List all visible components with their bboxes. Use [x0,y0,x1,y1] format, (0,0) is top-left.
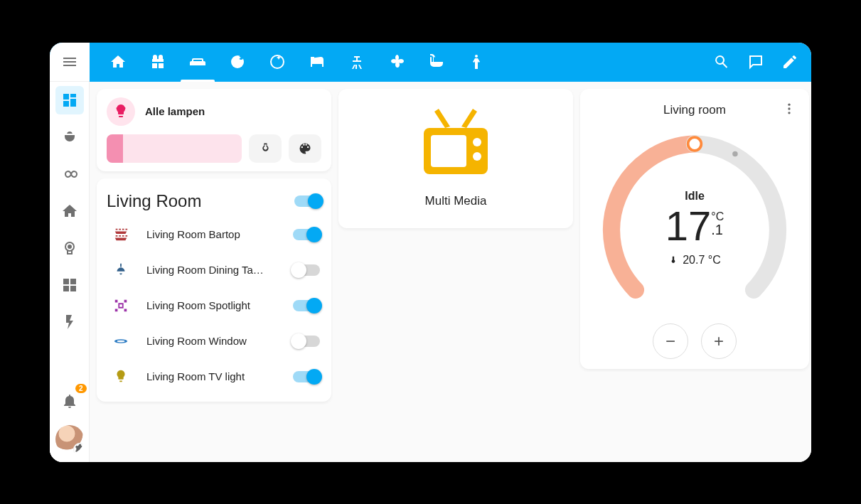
brightness-slider[interactable] [107,134,242,163]
all-lamps-card: Alle lampen [97,89,331,171]
color-temp-button[interactable] [249,134,282,163]
sidebar-infinity-icon[interactable] [55,160,84,188]
sidebar-bug-icon[interactable] [55,123,84,151]
device-name: Living Room TV light [146,370,280,382]
device-row: Living Room Window [107,323,321,359]
multi-media-card[interactable]: Multi Media [338,89,573,228]
svg-point-16 [732,151,737,156]
thermostat-gauge[interactable]: Idle 17 °C .1 20.7 °C [590,122,799,335]
thermostat-title: Living room [663,103,726,117]
svg-rect-9 [431,135,466,167]
svg-point-5 [68,245,71,248]
sidebar-dashboard-icon[interactable] [55,86,84,114]
edit-button[interactable] [773,43,807,82]
target-temperature: 17 °C .1 [665,205,724,247]
lightbulb-group-icon [107,97,135,126]
svg-point-14 [788,112,790,114]
tab-moon2-icon[interactable] [257,43,297,82]
device-row: Living Room Bartop [107,217,321,252]
svg-point-15 [688,137,702,151]
filmstrip-icon [108,227,134,242]
thermometer-icon [668,255,678,265]
device-toggle[interactable] [293,300,320,311]
tab-bath-icon[interactable] [417,43,456,82]
device-row: Living Room TV light [107,359,321,395]
thermostat-card: Living room Idle [580,89,809,369]
tab-flower-icon[interactable] [377,43,417,82]
device-name: Living Room Spotlight [146,299,280,311]
spotlight-icon [108,298,134,313]
device-toggle[interactable] [293,229,320,240]
more-options-icon[interactable] [779,99,799,119]
search-button[interactable] [705,43,739,82]
device-name: Living Room Dining Ta… [146,264,280,276]
tab-moon1-icon[interactable] [218,43,257,82]
tab-desk-icon[interactable] [337,43,377,82]
living-room-title: Living Room [107,191,201,211]
device-name: Living Room Bartop [146,228,280,240]
app-window: 2 Alle lampe [50,43,811,462]
svg-point-13 [788,107,790,109]
content-area: Alle lampen [90,82,811,462]
device-name: Living Room Window [146,335,280,347]
menu-button[interactable] [50,43,90,82]
tab-bed-icon[interactable] [297,43,337,82]
tab-home-icon[interactable] [98,43,138,82]
bulb-icon [108,369,134,385]
device-toggle[interactable] [293,371,320,382]
user-avatar[interactable] [55,425,84,454]
sidebar-notifications-icon[interactable]: 2 [55,387,84,415]
sidebar-head-icon[interactable] [55,234,84,262]
device-toggle[interactable] [293,264,320,276]
top-bar [50,43,811,82]
living-room-card: Living Room Living Room BartopLiving Roo… [97,178,331,402]
settings-icon [73,443,84,454]
living-room-master-toggle[interactable] [294,195,321,207]
sidebar-grid-icon[interactable] [55,271,84,299]
svg-point-12 [788,103,790,105]
pendant-icon [108,262,134,278]
svg-point-11 [473,152,481,161]
svg-point-7 [117,340,125,342]
sidebar-home-icon[interactable] [55,197,84,225]
chat-button[interactable] [739,43,773,82]
sidebar: 2 [50,82,90,462]
tv-icon [413,103,498,181]
multi-media-label: Multi Media [425,194,487,208]
sidebar-flash-icon[interactable] [55,308,84,336]
tab-sofa-icon[interactable] [178,43,218,82]
ledstrip-icon [108,333,134,349]
svg-point-3 [475,55,478,58]
thermostat-state: Idle [685,190,705,203]
device-row: Living Room Dining Ta… [107,252,321,288]
device-toggle[interactable] [293,336,320,347]
color-palette-button[interactable] [289,134,321,163]
notification-count: 2 [75,384,87,393]
device-row: Living Room Spotlight [107,288,321,323]
svg-point-10 [473,138,481,146]
tab-gifts-icon[interactable] [138,43,178,82]
room-temperature: 20.7 °C [668,254,721,267]
all-lamps-title: Alle lampen [145,105,205,117]
tab-person-icon[interactable] [456,43,496,82]
